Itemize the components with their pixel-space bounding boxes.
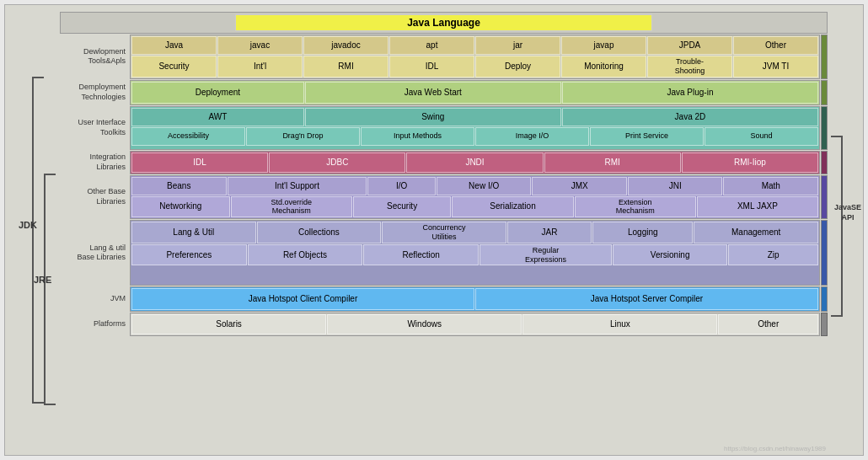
cell-swing: Swing	[305, 108, 561, 126]
cell-sound: Sound	[705, 127, 818, 146]
cell-apt: apt	[389, 36, 474, 55]
java-language-row: Java Language	[60, 12, 828, 34]
cell-reflection: Reflection	[363, 244, 479, 266]
cell-langutil: Lang & Util	[131, 222, 256, 243]
cell-collections: Collections	[257, 222, 382, 243]
cell-jvm-server: Java Hotspot Server Compiler	[475, 288, 818, 310]
cell-troubleshoot: Trouble-Shooting	[647, 56, 732, 78]
cell-preferences: Preferences	[131, 244, 247, 266]
dev-tools-row2: Security Int'l RMI IDL Deploy Monitoring…	[131, 56, 818, 78]
cell-solaris: Solaris	[131, 314, 326, 334]
cell-other-platform: Other	[718, 314, 818, 334]
base-libs-right-accent	[821, 175, 828, 220]
jvm-right-accent	[821, 286, 828, 312]
cell-monitoring: Monitoring	[561, 56, 646, 78]
jvm-label: JVM	[60, 286, 129, 312]
cell-jpda: JPDA	[647, 36, 732, 55]
langutil-label: Lang & utilBase Libraries	[60, 220, 129, 286]
cell-regex: RegularExpressions	[480, 244, 612, 266]
cell-printservice: Print Service	[590, 127, 704, 146]
cell-jvmti: JVM TI	[733, 56, 818, 78]
cell-other-dev: Other	[733, 36, 818, 55]
cell-intl: Int'l	[217, 56, 303, 78]
cell-zip: Zip	[728, 244, 818, 266]
jvm-section: JVM Java Hotspot Client Compiler Java Ho…	[60, 286, 828, 312]
cell-rmiiiop: RMI-Iiop	[682, 152, 818, 173]
cell-imageio: Image I/O	[475, 127, 589, 146]
cell-jndi: JNDI	[406, 152, 543, 173]
cell-jar: jar	[475, 36, 560, 55]
cell-javac: javac	[217, 36, 303, 55]
cell-windows: Windows	[327, 314, 522, 334]
cell-management: Management	[694, 222, 818, 243]
java-language-bar: Java Language	[235, 14, 653, 31]
integration-section: IntegrationLibraries IDL JDBC JNDI RMI R…	[60, 151, 828, 174]
cell-security-dev: Security	[131, 56, 217, 78]
cell-xmljaxp: XML JAXP	[697, 196, 818, 218]
cell-awt: AWT	[131, 108, 304, 126]
cell-javap: javap	[561, 36, 646, 55]
base-row2: Networking Std.overrideMechanism Securit…	[131, 196, 818, 218]
cell-javadoc: javadoc	[303, 36, 388, 55]
cell-javaplugin: Java Plug-in	[562, 82, 818, 104]
javaapi-label: JavaSEAPI	[834, 203, 861, 222]
platforms-label: Platforms	[60, 313, 129, 336]
jdk-bracket	[32, 77, 44, 404]
deployment-right-accent	[821, 80, 828, 105]
ui-toolkits-label: User InterfaceToolkits	[60, 106, 129, 150]
cell-linux: Linux	[522, 314, 717, 334]
deployment-section: DemploymentTechnologies Deployment Java …	[60, 80, 828, 105]
base-libs-label: Other BaseLibraries	[60, 175, 129, 220]
cell-concurrency: ConcurrencyUtilities	[382, 222, 506, 243]
platforms-right-accent	[821, 313, 828, 336]
cell-java2d: Java 2D	[562, 108, 818, 126]
cell-jdbc: JDBC	[269, 152, 405, 173]
dev-tools-row1: Java javac javadoc apt jar javap JPDA Ot…	[131, 36, 818, 55]
base-libs-section: Other BaseLibraries Beans Int'l Support …	[60, 175, 828, 220]
cell-versioning: Versioning	[613, 244, 728, 266]
platforms-section: Platforms Solaris Windows Linux Other	[60, 313, 828, 336]
cell-beans: Beans	[131, 177, 227, 195]
langutil-section: Lang & utilBase Libraries Lang & Util Co…	[60, 220, 828, 286]
dev-tools-section: DewlopmentTools&Apls Java javac javadoc …	[60, 35, 828, 79]
cell-dragndrop: Drag'n Drop	[246, 127, 360, 146]
jdk-label: JDK	[19, 220, 37, 230]
javaapi-bracket	[831, 136, 843, 317]
jre-bracket	[44, 174, 56, 405]
cell-jni: JNI	[628, 177, 723, 195]
langutil-row2: Preferences Ref Objects Reflection Regul…	[131, 244, 818, 266]
dev-tools-label: DewlopmentTools&Apls	[60, 35, 129, 79]
deployment-label: DemploymentTechnologies	[60, 80, 129, 105]
langutil-right-accent	[821, 220, 828, 286]
cell-jvm-client: Java Hotspot Client Compiler	[131, 288, 474, 310]
cell-serialization: Serialization	[452, 196, 573, 218]
cell-deploy: Deploy	[475, 56, 560, 78]
cell-jar2: JAR	[507, 222, 592, 243]
cell-stdoverride: Std.overrideMechanism	[231, 196, 352, 218]
cell-extensionmech: ExtensionMechanism	[575, 196, 696, 218]
cell-intlsupport: Int'l Support	[228, 177, 367, 195]
cell-javawebstart: Java Web Start	[305, 82, 561, 104]
cell-accessibility: Accessibility	[131, 127, 245, 146]
cell-refobjects: Ref Objects	[248, 244, 363, 266]
watermark: https://blog.csdn.net/hinaway1989	[724, 445, 826, 452]
cell-newio: New I/O	[437, 177, 532, 195]
integration-label: IntegrationLibraries	[60, 151, 129, 174]
jre-label: JRE	[34, 275, 51, 285]
cell-idl-dev: IDL	[389, 56, 474, 78]
ui-row2: Accessibility Drag'n Drop Input Methods …	[131, 127, 818, 146]
cell-rmi: RMI	[544, 152, 681, 173]
cell-inputmethods: Input Methods	[361, 127, 474, 146]
ui-right-accent	[821, 106, 828, 150]
ui-row1: AWT Swing Java 2D	[131, 108, 818, 126]
cell-jmx: JMX	[532, 177, 627, 195]
integration-right-accent	[821, 151, 828, 174]
cell-io: I/O	[367, 177, 436, 195]
cell-security-base: Security	[353, 196, 452, 218]
cell-networking: Networking	[131, 196, 230, 218]
cell-java: Java	[131, 36, 217, 55]
base-row1: Beans Int'l Support I/O New I/O JMX JNI …	[131, 177, 818, 195]
cell-rmi-dev: RMI	[303, 56, 388, 78]
ui-toolkits-section: User InterfaceToolkits AWT Swing Java 2D…	[60, 106, 828, 150]
dev-tools-right-accent	[821, 35, 828, 79]
